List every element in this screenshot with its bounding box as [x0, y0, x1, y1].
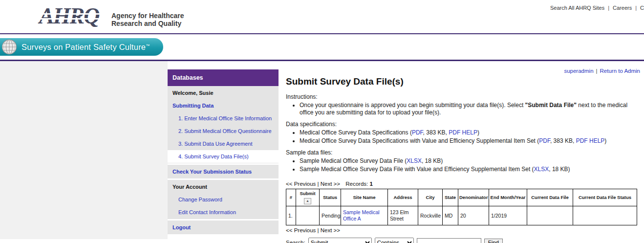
main-area: superadmin|Return to Admin Databases Wel…	[0, 61, 644, 243]
return-to-admin-link[interactable]: Return to Admin	[600, 68, 640, 74]
banner-strip: Surveys on Patient Safety Culture™	[0, 34, 644, 60]
sidebar-item-edit-contact[interactable]: Edit Contact Information	[168, 206, 279, 219]
spec-text: )	[477, 129, 479, 136]
search-field-select[interactable]: Submit	[308, 238, 372, 243]
col-header-denominator: Denominator	[458, 189, 489, 206]
pagination-bottom: << Previous | Next >>	[286, 227, 642, 234]
pdf-link[interactable]: PDF	[412, 129, 423, 136]
next-link[interactable]: Next >>	[321, 181, 340, 187]
find-button[interactable]: Find	[484, 239, 503, 243]
pagination-separator: |	[318, 181, 319, 187]
spec-text: Medical Office Survey Data Specification…	[300, 129, 412, 136]
table-header-row: # Submit ▴ Status Site Name Address City…	[286, 189, 637, 206]
sample-files-heading: Sample data files:	[286, 149, 642, 156]
superadmin-link[interactable]: superadmin	[564, 68, 593, 74]
search-operator-select[interactable]: Contains	[375, 238, 414, 243]
banner-title-text: Surveys on Patient Safety Culture	[21, 43, 146, 51]
ahrq-logo[interactable]: AHRQ	[39, 3, 107, 30]
site-name-link[interactable]: Sample Medical Office A	[343, 209, 380, 221]
spec-text: )	[604, 137, 606, 144]
col-header-num: #	[286, 189, 296, 206]
top-nav: Search All AHRQ Sites|Careers|C	[550, 5, 644, 11]
globe-icon	[1, 39, 17, 55]
cell-current-data-file-status	[573, 206, 637, 225]
pdf-help-link[interactable]: PDF HELP	[576, 137, 605, 144]
sample-text: , 18 KB)	[549, 166, 570, 173]
agency-name-line2: Research and Quality	[111, 20, 184, 27]
your-account-label: Your Account	[168, 180, 279, 193]
link-separator: |	[608, 5, 609, 11]
sample-bullet: Sample Medical Office Survey Data File (…	[300, 157, 642, 165]
cell-status: Pending	[320, 206, 341, 225]
sidebar-item-step-2[interactable]: 2. Submit Medical Office Questionnaire	[168, 125, 279, 137]
table-row: 1. Pending Sample Medical Office A 123 E…	[286, 206, 637, 225]
col-header-state: State	[443, 189, 458, 206]
logo-stripe	[37, 13, 106, 15]
cell-submit	[296, 206, 320, 225]
spec-bullet: Medical Office Survey Data Specification…	[300, 129, 642, 136]
cell-address: 123 Elm Street	[388, 206, 418, 225]
sidebar-header: Databases	[168, 69, 279, 86]
cell-end-month-year: 1/2019	[489, 206, 527, 225]
data-specs-heading: Data specifications:	[286, 121, 642, 128]
cell-current-data-file	[527, 206, 573, 225]
pdf-help-link[interactable]: PDF HELP	[449, 129, 477, 136]
search-input[interactable]	[417, 238, 481, 243]
agency-name: Agency for Healthcare Research and Quali…	[111, 12, 184, 27]
cell-num: 1.	[286, 206, 296, 225]
submissions-table: # Submit ▴ Status Site Name Address City…	[286, 189, 637, 225]
sort-icon[interactable]: ▴	[304, 198, 311, 204]
top-link-clipped[interactable]: C	[640, 5, 644, 11]
sidebar-item-step-3[interactable]: 3. Submit Data Use Agreement	[168, 137, 279, 150]
link-separator: |	[635, 5, 637, 11]
sidebar-section-status: Check Your Submission Status	[168, 165, 279, 178]
trademark-symbol: ™	[146, 43, 150, 47]
next-link[interactable]: Next >>	[321, 227, 340, 233]
admin-separator: |	[596, 68, 598, 74]
sidebar: Databases Welcome, Susie Submitting Data…	[168, 69, 279, 234]
pdf-link[interactable]: PDF	[539, 137, 550, 144]
col-header-submit: Submit ▴	[296, 189, 320, 206]
sops-banner: Surveys on Patient Safety Culture™	[0, 38, 163, 56]
cell-denominator: 20	[458, 206, 489, 225]
col-header-current-data-file: Current Data File	[527, 189, 573, 206]
welcome-text: Welcome, Susie	[168, 87, 279, 99]
xlsx-link[interactable]: XLSX	[534, 166, 549, 173]
sidebar-section-submitting: Welcome, Susie Submitting Data 1. Enter …	[168, 86, 279, 163]
banner-title: Surveys on Patient Safety Culture™	[21, 43, 150, 52]
sidebar-item-check-status[interactable]: Check Your Submission Status	[168, 165, 279, 178]
col-header-status: Status	[320, 189, 341, 206]
col-header-submit-label: Submit	[297, 191, 318, 197]
sidebar-section-logout: Logout	[168, 221, 279, 234]
sample-text: Sample Medical Office Survey Data File (	[300, 157, 407, 164]
sidebar-section-account: Your Account Change Password Edit Contac…	[168, 180, 279, 219]
ahrq-logo-text: AHRQ	[39, 3, 99, 28]
sidebar-item-logout[interactable]: Logout	[168, 221, 279, 234]
page-title: Submit Survey Data File(s)	[286, 76, 642, 88]
sidebar-item-step-4-current[interactable]: 4. Submit Survey Data File(s)	[168, 150, 279, 163]
top-link-search-all[interactable]: Search All AHRQ Sites	[550, 5, 604, 11]
col-header-city: City	[418, 189, 443, 206]
previous-link[interactable]: << Previous	[286, 181, 316, 187]
sidebar-item-change-password[interactable]: Change Password	[168, 193, 279, 206]
col-header-address: Address	[388, 189, 418, 206]
previous-link[interactable]: << Previous	[286, 227, 316, 233]
col-header-current-data-file-status: Current Data File Status	[573, 189, 637, 206]
sidebar-item-step-1[interactable]: 1. Enter Medical Office Site Information	[168, 112, 279, 125]
sample-bullet: Sample Medical Office Survey Data File w…	[300, 166, 642, 173]
xlsx-link[interactable]: XLSX	[407, 157, 422, 164]
cell-city: Rockville	[418, 206, 443, 225]
spec-bullet: Medical Office Survey Data Specification…	[300, 137, 642, 145]
admin-bar: superadmin|Return to Admin	[564, 68, 640, 74]
instructions-list: Once your questionnaire is approved you …	[286, 102, 642, 116]
records-count: 1	[370, 181, 373, 187]
site-header: AHRQ Agency for Healthcare Research and …	[0, 0, 644, 33]
pagination-separator: |	[318, 227, 319, 233]
left-gutter	[0, 61, 168, 239]
sidebar-item-submitting-data[interactable]: Submitting Data	[168, 99, 279, 112]
sample-text: Sample Medical Office Survey Data File w…	[300, 166, 534, 173]
sample-text: , 18 KB)	[422, 157, 443, 164]
records-label: Records:	[345, 181, 368, 187]
content: Submit Survey Data File(s) Instructions:…	[286, 76, 642, 243]
top-link-careers[interactable]: Careers	[613, 5, 632, 11]
